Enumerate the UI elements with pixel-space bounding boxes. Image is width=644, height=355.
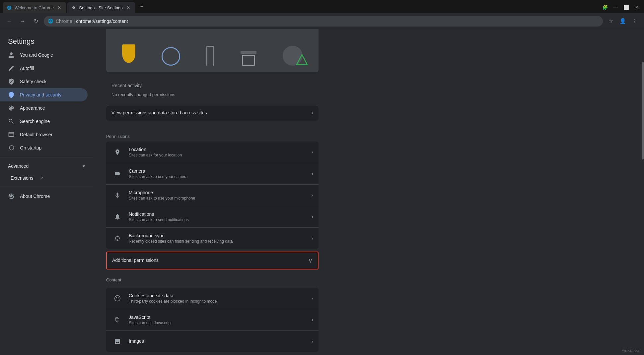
svg-point-3: [116, 297, 117, 298]
address-separator: |: [72, 19, 76, 24]
sidebar-item-on-startup[interactable]: On startup: [0, 141, 88, 154]
content-row-javascript[interactable]: JavaScript Sites can use Javascript ›: [106, 309, 319, 331]
shield-check-icon: [8, 78, 15, 85]
additional-permissions-title: Additional permissions: [112, 258, 308, 263]
sidebar-item-extensions[interactable]: Extensions ↗: [0, 172, 88, 184]
view-permissions-title: View permissions and data stored across …: [111, 110, 312, 115]
camera-title: Camera: [129, 168, 306, 174]
sidebar-label-about-chrome: About Chrome: [20, 194, 50, 199]
tab-welcome-favicon: 🌐: [7, 5, 12, 10]
camera-chevron-icon: ›: [312, 171, 313, 177]
sync-icon: [111, 232, 123, 244]
tab-welcome-close[interactable]: ✕: [56, 5, 62, 11]
permissions-container: Location Sites can ask for your location…: [106, 142, 319, 249]
autofill-icon: [8, 65, 15, 72]
sidebar-label-extensions: Extensions: [11, 175, 33, 181]
sidebar-item-search-engine[interactable]: Search engine: [0, 115, 88, 128]
tab-settings-close[interactable]: ✕: [125, 5, 131, 11]
browser-frame: 🌐 Welcome to Chrome ✕ ⚙ Settings - Site …: [0, 0, 644, 355]
cookies-subtitle: Third-party cookies are blocked in Incog…: [129, 299, 306, 304]
scroll-thumb[interactable]: [642, 62, 644, 159]
nav-right: ☆ 👤 ⋮: [606, 16, 640, 27]
javascript-title: JavaScript: [129, 315, 306, 320]
bookmark-button[interactable]: ☆: [606, 16, 616, 27]
location-chevron-icon: ›: [312, 149, 313, 155]
minimize-button[interactable]: —: [611, 3, 620, 12]
sidebar-advanced[interactable]: Advanced ▾: [0, 160, 93, 172]
illus-shape-1: [122, 44, 135, 63]
search-icon: [8, 118, 15, 125]
background-sync-text: Background sync Recently closed sites ca…: [129, 233, 306, 244]
address-path: chrome://settings/content: [76, 19, 128, 24]
permission-row-camera[interactable]: Camera Sites can ask to use your camera …: [106, 163, 319, 185]
sidebar-item-autofill[interactable]: Autofill: [0, 62, 88, 75]
view-permissions-row[interactable]: View permissions and data stored across …: [106, 105, 319, 121]
sidebar-label-you-and-google: You and Google: [20, 52, 53, 58]
address-text: Chrome | chrome://settings/content: [56, 19, 128, 24]
additional-permissions-row[interactable]: Additional permissions ∨: [106, 252, 319, 269]
illus-shape-6: [296, 54, 308, 67]
cookies-text: Cookies and site data Third-party cookie…: [129, 293, 306, 304]
svg-point-5: [116, 299, 117, 299]
tab-bar: 🌐 Welcome to Chrome ✕ ⚙ Settings - Site …: [0, 0, 644, 13]
sidebar-item-default-browser[interactable]: Default browser: [0, 128, 88, 141]
tab-bar-right: 🧩 — ⬜ ✕: [600, 3, 641, 13]
new-tab-button[interactable]: +: [137, 2, 147, 11]
content-area: Recent activity No recently changed perm…: [93, 29, 641, 355]
microphone-icon: [111, 189, 123, 201]
sidebar-item-you-and-google[interactable]: You and Google: [0, 48, 88, 62]
tab-welcome-title: Welcome to Chrome: [15, 5, 54, 10]
sidebar-label-appearance: Appearance: [20, 105, 45, 111]
permission-row-microphone[interactable]: Microphone Sites can ask to use your mic…: [106, 185, 319, 206]
back-button[interactable]: ←: [4, 16, 15, 27]
tab-settings[interactable]: ⚙ Settings - Site Settings ✕: [67, 2, 135, 13]
menu-button[interactable]: ⋮: [629, 16, 640, 27]
permission-row-location[interactable]: Location Sites can ask for your location…: [106, 142, 319, 163]
content-row-images[interactable]: Images ›: [106, 331, 319, 352]
no-activity-message: No recently changed permissions: [106, 91, 319, 100]
sidebar-label-default-browser: Default browser: [20, 132, 52, 137]
location-subtitle: Sites can ask for your location: [129, 153, 306, 157]
sidebar-item-appearance[interactable]: Appearance: [0, 101, 88, 115]
close-button[interactable]: ✕: [632, 3, 641, 12]
permissions-section-label: Permissions: [106, 129, 319, 142]
view-permissions-text: View permissions and data stored across …: [111, 110, 312, 116]
illus-shape-2: [162, 47, 180, 66]
profile-button[interactable]: 👤: [617, 16, 628, 27]
forward-button[interactable]: →: [17, 16, 28, 27]
microphone-title: Microphone: [129, 190, 306, 195]
svg-point-6: [118, 297, 119, 298]
extensions-icon[interactable]: 🧩: [600, 3, 609, 12]
camera-text: Camera Sites can ask to use your camera: [129, 168, 306, 179]
sidebar-divider-2: [0, 187, 93, 187]
reload-button[interactable]: ↻: [31, 16, 41, 27]
javascript-chevron-icon: ›: [312, 317, 313, 323]
site-icon: 🌐: [48, 19, 53, 24]
javascript-subtitle: Sites can use Javascript: [129, 321, 306, 325]
tab-welcome[interactable]: 🌐 Welcome to Chrome ✕: [3, 2, 66, 13]
nav-bar: ← → ↻ 🌐 Chrome | chrome://settings/conte…: [0, 13, 644, 29]
appearance-icon: [8, 105, 15, 111]
additional-permissions-text: Additional permissions: [112, 258, 308, 264]
notifications-subtitle: Sites can ask to send notifications: [129, 217, 306, 222]
address-bar[interactable]: 🌐 Chrome | chrome://settings/content: [44, 16, 603, 27]
maximize-button[interactable]: ⬜: [621, 3, 631, 12]
microphone-subtitle: Sites can ask to use your microphone: [129, 196, 306, 201]
cookie-icon: [111, 292, 123, 304]
background-sync-chevron-icon: ›: [312, 235, 313, 241]
watermark: wsikan.com: [622, 348, 641, 352]
illus-shape-4: [241, 51, 256, 66]
microphone-text: Microphone Sites can ask to use your mic…: [129, 190, 306, 201]
sidebar-item-about-chrome[interactable]: About Chrome: [0, 190, 88, 203]
settings-title: Settings: [0, 32, 93, 48]
sidebar-item-safety-check[interactable]: Safety check: [0, 75, 88, 88]
chevron-down-icon: ▾: [83, 163, 85, 169]
permission-row-notifications[interactable]: Notifications Sites can ask to send noti…: [106, 206, 319, 228]
tab-settings-favicon: ⚙: [71, 5, 76, 10]
recent-activity-label: Recent activity: [106, 80, 319, 91]
location-icon: [111, 146, 123, 158]
content-row-cookies[interactable]: Cookies and site data Third-party cookie…: [106, 288, 319, 309]
sidebar-item-privacy-and-security[interactable]: Privacy and security: [0, 88, 88, 101]
permission-row-background-sync[interactable]: Background sync Recently closed sites ca…: [106, 228, 319, 249]
scrollbar[interactable]: [641, 29, 644, 355]
